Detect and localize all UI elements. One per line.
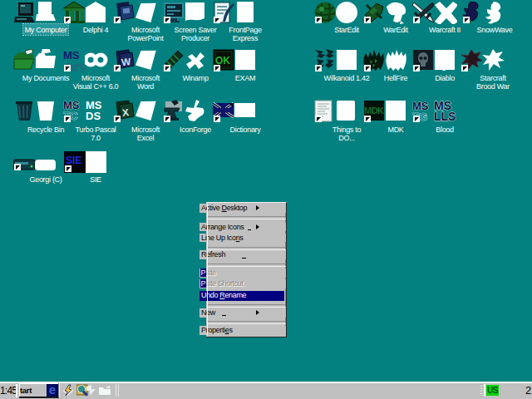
svg-text:MDK: MDK xyxy=(364,106,384,116)
svg-text:LLS: LLS xyxy=(434,110,456,122)
svg-text:DS: DS xyxy=(86,110,101,122)
svg-text:X: X xyxy=(121,106,130,119)
svg-text:MS: MS xyxy=(63,49,80,62)
